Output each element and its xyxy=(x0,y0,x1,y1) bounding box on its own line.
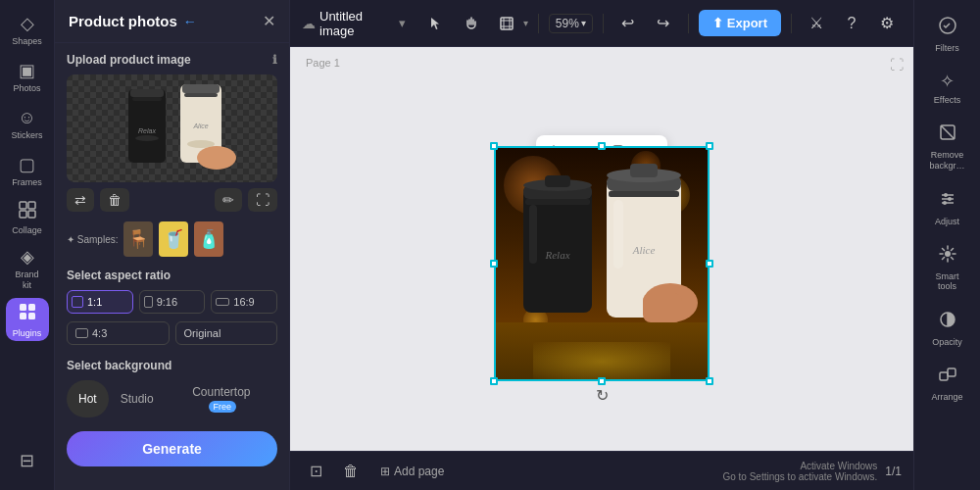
generate-button[interactable]: Generate xyxy=(67,431,277,466)
edit-image-button[interactable]: ✏ xyxy=(215,188,242,212)
sidebar-label-shapes: Shapes xyxy=(12,36,42,46)
right-panel-filters[interactable]: Filters xyxy=(920,8,975,61)
bg-tab-hot[interactable]: Hot xyxy=(67,380,109,417)
canvas-area: Page 1 ⛶ ••• xyxy=(290,47,913,451)
handle-bottom-right[interactable] xyxy=(706,377,713,385)
ratio-box-9-16 xyxy=(144,296,153,308)
sidebar-label-plugins: Plugins xyxy=(13,328,42,338)
redo-button[interactable]: ↪ xyxy=(649,9,678,38)
top-bar: ☁ Untitled image ▾ ▾ 59% ▾ ↩ ↪ xyxy=(290,0,913,47)
select-tool-button[interactable] xyxy=(421,9,451,38)
cloud-icon: ☁ xyxy=(302,16,316,31)
aspect-original-button[interactable]: Original xyxy=(175,321,278,345)
aspect-1-1-button[interactable]: 1:1 xyxy=(67,290,133,314)
canvas-image-container[interactable]: Relax Alice ↻ xyxy=(494,146,710,381)
handle-bottom-middle[interactable] xyxy=(598,377,606,385)
rotate-handle[interactable]: ↻ xyxy=(596,386,609,405)
delete-image-button[interactable]: 🗑 xyxy=(100,188,129,212)
document-title[interactable]: ☁ Untitled image ▾ xyxy=(302,9,406,38)
sidebar-item-bottom[interactable]: ⊟ xyxy=(6,439,49,482)
sidebar-item-shapes[interactable]: ◇ Shapes xyxy=(6,8,49,51)
product-cups-svg: Relax Alice xyxy=(74,79,270,177)
frame-tool-button[interactable] xyxy=(492,9,521,38)
help-button[interactable]: ? xyxy=(837,9,866,38)
panel-header: Product photos ← ✕ xyxy=(55,0,289,43)
edit-icon: ✏ xyxy=(222,192,234,208)
svg-point-49 xyxy=(943,201,947,205)
svg-rect-7 xyxy=(28,313,35,319)
right-panel-effects[interactable]: ✧ Effects xyxy=(920,63,975,113)
bg-tab-countertop[interactable]: Countertop Free xyxy=(166,380,277,417)
sidebar-item-brandkit[interactable]: ◈ Brandkit xyxy=(6,247,49,290)
sample-thumb-1[interactable]: 🪑 xyxy=(123,221,153,257)
settings-button[interactable]: ⚙ xyxy=(872,9,902,38)
bottom-bar: ⊡ 🗑 ⊞ Add page Activate Windows Go to Se… xyxy=(290,451,913,490)
sidebar-item-plugins[interactable]: Plugins xyxy=(6,298,49,341)
sample-thumb-2[interactable]: 🥤 xyxy=(159,221,188,257)
sidebar-label-frames: Frames xyxy=(12,177,42,187)
right-panel-smart-tools[interactable]: Smarttools xyxy=(920,236,975,301)
right-panel-adjust[interactable]: Adjust xyxy=(920,181,975,234)
export-button[interactable]: ⬆ Export xyxy=(699,10,781,36)
svg-point-47 xyxy=(944,193,948,197)
sidebar-label-collage: Collage xyxy=(12,225,42,235)
svg-point-48 xyxy=(948,197,952,201)
upload-image-area[interactable]: Relax Alice xyxy=(67,74,277,182)
bg-tab-studio[interactable]: Studio xyxy=(109,380,166,417)
sidebar-item-frames[interactable]: ▢ Frames xyxy=(6,149,49,192)
hand-tool-button[interactable] xyxy=(457,9,486,38)
panel-arrow-icon: ← xyxy=(183,14,197,29)
sample-thumb-3[interactable]: 🧴 xyxy=(194,221,223,257)
panel-close-button[interactable]: ✕ xyxy=(263,12,275,30)
sidebar-item-photos[interactable]: ▣ Photos xyxy=(6,55,49,98)
right-panel-arrange[interactable]: Arrange xyxy=(920,357,975,410)
delete-page-button[interactable]: 🗑 xyxy=(337,458,365,485)
free-badge: Free xyxy=(209,401,237,413)
svg-rect-6 xyxy=(20,313,26,319)
photos-icon: ▣ xyxy=(19,60,35,81)
aspect-4-3-button[interactable]: 4:3 xyxy=(67,321,170,345)
left-icon-bar: ◇ Shapes ▣ Photos ☺ Stickers ▢ Frames Co… xyxy=(0,0,55,490)
panel-title: Product photos xyxy=(69,13,177,29)
aspect-ratio-section-title: Select aspect ratio xyxy=(67,269,277,282)
sidebar-item-stickers[interactable]: ☺ Stickers xyxy=(6,102,49,145)
handle-top-right[interactable] xyxy=(706,142,713,150)
separator-4 xyxy=(791,14,792,33)
trash-icon: 🗑 xyxy=(108,192,122,208)
opacity-icon xyxy=(938,310,957,334)
shield-button[interactable]: ⚔ xyxy=(802,9,831,38)
add-page-button[interactable]: ⊞ Add page xyxy=(372,461,452,482)
info-icon[interactable]: ℹ xyxy=(272,53,277,67)
page-label: Page 1 xyxy=(306,57,340,69)
aspect-ratio-grid: 1:1 9:16 16:9 xyxy=(67,290,277,314)
handle-middle-left[interactable] xyxy=(490,260,498,268)
ratio-box-1-1 xyxy=(72,296,83,308)
zoom-selector[interactable]: 59% ▾ xyxy=(549,14,593,33)
right-panel-opacity[interactable]: Opacity xyxy=(920,302,975,355)
handle-top-middle[interactable] xyxy=(598,142,606,150)
smart-tools-icon xyxy=(938,244,957,269)
svg-rect-5 xyxy=(28,304,35,311)
expand-image-button[interactable]: ⛶ xyxy=(248,188,277,212)
selection-border xyxy=(494,146,710,381)
page-settings-button[interactable]: ⊡ xyxy=(302,458,329,485)
aspect-ratio-row2: 4:3 Original xyxy=(67,321,277,345)
replace-image-button[interactable]: ⇄ xyxy=(67,188,94,212)
canvas-corner-icon: ⛶ xyxy=(890,57,904,73)
effects-icon: ✧ xyxy=(940,71,955,92)
handle-middle-right[interactable] xyxy=(706,260,713,268)
aspect-16-9-button[interactable]: 16:9 xyxy=(211,290,277,314)
samples-label: ✦ Samples: xyxy=(67,234,118,245)
ratio-box-16-9 xyxy=(216,298,229,306)
arrange-icon xyxy=(938,365,957,389)
handle-bottom-left[interactable] xyxy=(490,377,498,385)
right-panel-remove-bg[interactable]: Removebackgr… xyxy=(920,115,975,179)
svg-rect-10 xyxy=(132,97,162,101)
stickers-icon: ☺ xyxy=(18,108,35,128)
windows-activate-text: Activate Windows Go to Settings to activ… xyxy=(722,461,877,482)
bg-section-title: Select background xyxy=(67,359,277,372)
handle-top-left[interactable] xyxy=(490,142,498,150)
sidebar-item-collage[interactable]: Collage xyxy=(6,196,49,239)
aspect-9-16-button[interactable]: 9:16 xyxy=(139,290,206,314)
undo-button[interactable]: ↩ xyxy=(613,9,643,38)
